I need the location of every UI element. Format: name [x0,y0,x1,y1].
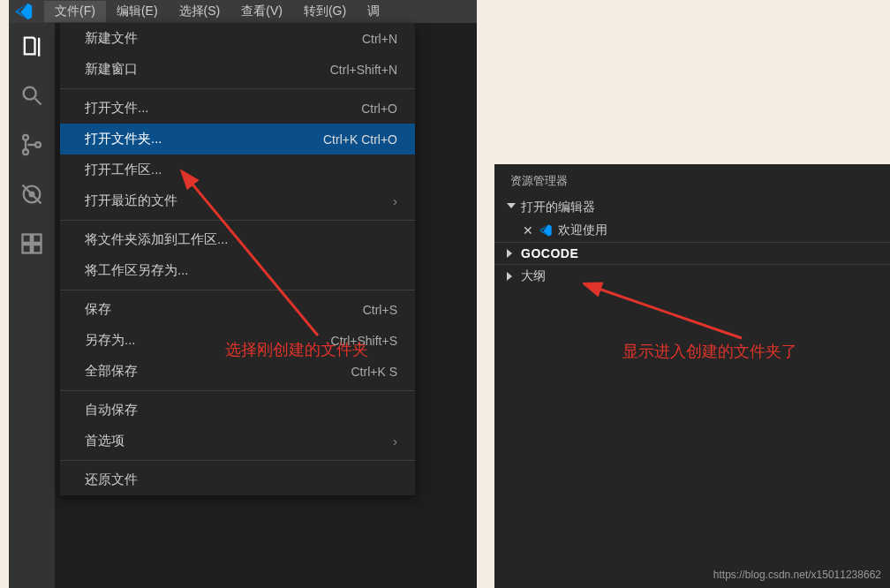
menu-item-label: 保存 [85,301,111,318]
svg-rect-8 [23,235,31,243]
search-icon[interactable] [19,83,44,108]
menu-item-label: 首选项 [85,433,124,449]
menu-separator [60,460,415,461]
menu-separator [60,390,415,391]
watermark: https://blog.csdn.net/x15011238662 [713,569,881,581]
menu-item-label: 另存为... [85,332,136,349]
chevron-right-icon: › [393,433,397,449]
menu-item-label: 打开文件... [85,100,149,117]
menu-item-label: 打开最近的文件 [85,192,177,209]
menu-item[interactable]: 自动保存 [60,395,415,426]
chevron-right-icon [507,249,516,258]
menu-shortcut: Ctrl+O [361,102,397,116]
explorer-icon[interactable] [19,34,44,58]
chevron-down-icon [507,203,516,212]
menu-item[interactable]: 打开最近的文件› [60,185,415,216]
menu-edit[interactable]: 编辑(E) [106,1,169,22]
menu-item[interactable]: 打开工作区... [60,155,415,185]
open-editors-section[interactable]: 打开的编辑器 [494,196,890,219]
explorer-tree: 打开的编辑器 ✕ 欢迎使用 GOCODE 大纲 [494,196,890,288]
svg-rect-9 [33,235,41,243]
menu-item[interactable]: 将工作区另存为... [60,255,415,286]
menu-separator [60,220,415,221]
activity-bar [9,23,55,588]
menu-item-label: 自动保存 [85,402,138,418]
menu-item[interactable]: 新建窗口Ctrl+Shift+N [60,54,415,85]
annotation-left: 选择刚创建的文件夹 [225,339,368,360]
menu-shortcut: Ctrl+K S [351,365,397,379]
outline-label: 大纲 [521,268,546,284]
menu-select[interactable]: 选择(S) [169,1,231,22]
svg-point-3 [23,149,28,155]
menu-shortcut: Ctrl+K Ctrl+O [323,132,397,147]
vscode-file-icon [539,223,553,237]
folder-gocode[interactable]: GOCODE [494,243,890,264]
svg-point-4 [35,142,41,147]
extensions-icon[interactable] [19,231,44,256]
welcome-tab-label: 欢迎使用 [558,222,607,238]
menu-shortcut: Ctrl+Shift+N [330,63,397,77]
close-icon[interactable]: ✕ [523,223,533,237]
menu-goto[interactable]: 转到(G) [293,1,357,22]
left-vscode-window: 文件(F) 编辑(E) 选择(S) 查看(V) 转到(G) 调 新建文件Ctrl… [9,0,477,588]
menu-item[interactable]: 将文件夹添加到工作区... [60,224,415,255]
menu-item-label: 新建窗口 [85,61,138,78]
svg-rect-11 [33,245,41,253]
menu-item[interactable]: 保存Ctrl+S [60,294,415,325]
menu-item-label: 将工作区另存为... [85,262,189,279]
menu-item-label: 将文件夹添加到工作区... [85,231,229,248]
menu-item[interactable]: 全部保存Ctrl+K S [60,356,415,387]
menu-item[interactable]: 首选项› [60,426,415,456]
menu-item-label: 打开工作区... [85,162,162,178]
editor-tab-welcome[interactable]: ✕ 欢迎使用 [494,219,890,242]
open-editors-label: 打开的编辑器 [521,200,595,215]
menu-item[interactable]: 打开文件夹...Ctrl+K Ctrl+O [60,124,415,155]
svg-line-1 [35,99,41,105]
menubar: 文件(F) 编辑(E) 选择(S) 查看(V) 转到(G) 调 [9,0,477,23]
right-explorer-panel: 资源管理器 打开的编辑器 ✕ 欢迎使用 GOCODE 大纲 [494,164,890,588]
debug-icon[interactable] [19,182,44,207]
menu-debug[interactable]: 调 [357,1,390,22]
menu-item-label: 还原文件 [85,471,138,488]
folder-label: GOCODE [521,246,578,260]
menu-item[interactable]: 打开文件...Ctrl+O [60,93,415,124]
file-menu-dropdown: 新建文件Ctrl+N新建窗口Ctrl+Shift+N打开文件...Ctrl+O打… [60,23,415,495]
menu-view[interactable]: 查看(V) [230,1,293,22]
menu-item-label: 全部保存 [85,363,138,380]
menu-shortcut: Ctrl+N [362,32,397,46]
menu-item-label: 新建文件 [85,30,138,47]
menu-item-label: 打开文件夹... [85,131,162,147]
svg-rect-10 [23,245,31,253]
vscode-logo-icon [14,2,34,21]
menu-item[interactable]: 新建文件Ctrl+N [60,23,415,54]
source-control-icon[interactable] [19,132,44,157]
menu-separator [60,88,415,89]
chevron-right-icon: › [393,193,397,208]
menu-file[interactable]: 文件(F) [44,1,106,22]
outline-section[interactable]: 大纲 [494,265,890,288]
menu-separator [60,290,415,290]
svg-point-0 [24,87,36,100]
menu-item[interactable]: 还原文件 [60,464,415,495]
chevron-right-icon [507,272,516,281]
annotation-right: 显示进入创建的文件夹了 [622,341,797,362]
explorer-title: 资源管理器 [494,164,890,196]
menu-shortcut: Ctrl+S [363,303,397,317]
svg-point-2 [23,135,28,140]
